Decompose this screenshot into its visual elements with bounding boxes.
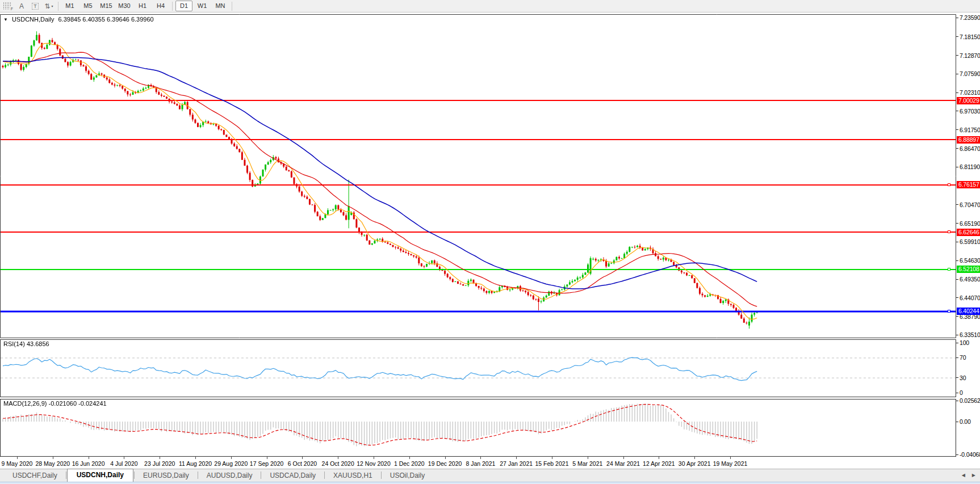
date-tick-mark — [89, 457, 89, 459]
date-tick-mark — [480, 457, 481, 459]
tab-eurusd[interactable]: EURUSD,Daily — [135, 470, 197, 482]
macd-tick-label: -0.040687 — [960, 451, 980, 458]
timeframe-button-mn[interactable]: MN — [212, 1, 229, 11]
tab-separator — [66, 472, 66, 479]
boxed-t-icon: T — [32, 3, 39, 10]
date-tick-mark — [267, 457, 267, 459]
text-box-tool-icon[interactable]: T — [28, 1, 42, 11]
price-tick-mark — [956, 55, 958, 56]
chart-title-ohlc: 6.39845 6.40355 6.39646 6.39960 — [58, 16, 153, 23]
rsi-tick-label: 100 — [960, 339, 969, 346]
date-tick-mark — [623, 457, 624, 459]
dropdown-caret-icon: ▾ — [52, 4, 53, 8]
scroll-left-icon[interactable]: ◀ — [962, 473, 965, 478]
date-label: 23 Jul 2020 — [144, 460, 175, 467]
macd-chart-canvas[interactable] — [0, 399, 956, 457]
date-tick-mark — [231, 457, 232, 459]
price-panel[interactable]: ▼USDCNH,Daily6.39845 6.40355 6.39646 6.3… — [0, 14, 956, 338]
date-label: 12 Nov 2020 — [357, 460, 391, 467]
timeframe-button-m15[interactable]: M15 — [98, 1, 115, 11]
tab-usoil[interactable]: USOil,Daily — [382, 470, 433, 482]
letter-a-icon: A — [19, 2, 24, 10]
timeframe-button-m30[interactable]: M30 — [116, 1, 133, 11]
price-tick-label: 7.07590 — [960, 70, 980, 77]
macd-tick-label: 0.025623 — [960, 397, 980, 404]
price-tick-label: 6.44070 — [960, 294, 980, 301]
rsi-panel[interactable]: RSI(14) 43.6856 — [0, 339, 956, 397]
price-tick-label: 7.12870 — [960, 52, 980, 59]
date-tick-mark — [588, 457, 588, 459]
date-tick-mark — [694, 457, 695, 459]
macd-tick-mark — [956, 454, 958, 455]
price-tick-label: 6.33510 — [960, 331, 980, 338]
date-label: 19 Dec 2020 — [428, 460, 462, 467]
price-tick-mark — [956, 242, 958, 242]
tab-usdchf[interactable]: USDCHF,Daily — [5, 470, 65, 482]
rsi-tick-label: 70 — [960, 354, 966, 361]
date-label: 12 Apr 2021 — [643, 460, 675, 467]
date-label: 24 Mar 2021 — [606, 460, 640, 467]
chart-title: ▼USDCNH,Daily6.39845 6.40355 6.39646 6.3… — [3, 16, 154, 23]
date-tick-mark — [338, 457, 338, 459]
toolbar-separator — [172, 2, 173, 11]
tab-xauusd[interactable]: XAUUSD,H1 — [325, 470, 380, 482]
level-price-label: 6.52108 — [957, 266, 980, 273]
price-tick-label: 7.23590 — [960, 14, 980, 21]
chart-tab-bar: USDCHF,DailyUSDCNH,DailyEURUSD,DailyAUDU… — [0, 469, 980, 482]
date-label: 28 May 2020 — [35, 460, 70, 467]
macd-tick-mark — [956, 401, 958, 401]
rsi-chart-canvas[interactable] — [0, 339, 956, 397]
price-tick-mark — [956, 92, 958, 93]
tab-separator — [134, 472, 135, 479]
timeframe-button-m5[interactable]: M5 — [79, 1, 97, 11]
tab-separator — [324, 472, 325, 479]
timeframe-button-w1[interactable]: W1 — [194, 1, 211, 11]
price-tick-mark — [956, 36, 958, 37]
grid-f-tool-icon[interactable]: F — [1, 1, 15, 11]
text-label-tool-icon[interactable]: A — [15, 1, 28, 11]
date-label: 4 Jul 2020 — [110, 460, 137, 467]
timeframe-button-d1[interactable]: D1 — [175, 1, 192, 11]
dotted-grid-icon: F — [3, 2, 12, 10]
rsi-tick-mark — [956, 377, 958, 378]
rsi-label: RSI(14) 43.6856 — [3, 340, 49, 347]
date-label: 24 Oct 2020 — [322, 460, 354, 467]
timeframe-button-m1[interactable]: M1 — [61, 1, 78, 11]
cursor-arrows-tool-icon[interactable]: ⇅ ▾ — [42, 1, 56, 11]
tab-usdcad[interactable]: USDCAD,Daily — [262, 470, 324, 482]
price-tick-mark — [956, 111, 958, 111]
date-axis[interactable]: 9 May 202028 May 202016 Jun 20204 Jul 20… — [0, 457, 956, 469]
chart-title-symbol: USDCNH,Daily — [12, 16, 55, 23]
toolbar: F A T ⇅ ▾ M1M5M15M30H1H4D1W1MN — [0, 0, 980, 12]
macd-panel[interactable]: MACD(12,26,9) -0.021060 -0.024241 — [0, 399, 956, 457]
price-tick-label: 6.59910 — [960, 238, 980, 245]
symbol-dropdown-icon[interactable]: ▼ — [3, 17, 8, 22]
macd-tick-label: 0.00 — [960, 418, 971, 425]
date-label: 9 May 2020 — [2, 460, 33, 467]
tab-audusd[interactable]: AUDUSD,Daily — [199, 470, 261, 482]
price-tick-label: 7.02310 — [960, 89, 980, 96]
rsi-tick-mark — [956, 357, 958, 358]
date-label: 29 Aug 2020 — [214, 460, 248, 467]
date-label: 17 Sep 2020 — [250, 460, 284, 467]
macd-label: MACD(12,26,9) -0.021060 -0.024241 — [3, 400, 107, 407]
date-label: 1 Dec 2020 — [394, 460, 425, 467]
tab-separator — [261, 472, 261, 479]
timeframe-button-h4[interactable]: H4 — [152, 1, 169, 11]
date-label: 30 Apr 2021 — [679, 460, 711, 467]
scroll-right-icon[interactable]: ▶ — [972, 473, 975, 478]
timeframe-button-h1[interactable]: H1 — [134, 1, 151, 11]
toolbar-separator — [58, 2, 58, 11]
date-tick-mark — [516, 457, 517, 459]
price-tick-label: 6.54630 — [960, 257, 980, 264]
price-chart-canvas[interactable] — [0, 14, 956, 338]
tab-usdcnh[interactable]: USDCNH,Daily — [67, 469, 133, 482]
price-tick-label: 6.91750 — [960, 127, 980, 133]
level-price-label: 7.00029 — [957, 97, 980, 104]
price-tick-mark — [956, 260, 958, 261]
date-tick-mark — [445, 457, 446, 459]
price-tick-label: 6.65190 — [960, 220, 980, 227]
tab-separator — [381, 472, 382, 479]
date-tick-mark — [124, 457, 124, 459]
tab-scroll-arrows: ◀ ▶ — [962, 473, 975, 478]
